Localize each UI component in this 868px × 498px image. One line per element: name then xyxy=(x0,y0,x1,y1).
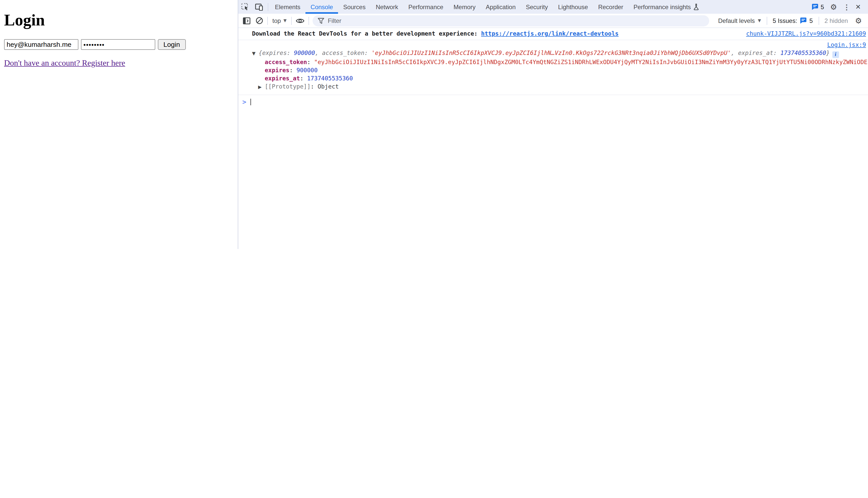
filter-input[interactable]: Filter xyxy=(312,15,709,26)
chevron-down-icon: ▼ xyxy=(283,18,286,23)
issues-counter[interactable]: 5 Issues: 5 xyxy=(769,17,817,24)
clear-console-icon[interactable] xyxy=(253,17,266,24)
flask-icon xyxy=(693,3,699,10)
source-link-login-jsx[interactable]: Login.jsx:9 xyxy=(827,41,866,48)
tab-recorder[interactable]: Recorder xyxy=(593,0,628,14)
page-title: Login xyxy=(4,11,234,29)
login-button[interactable]: Login xyxy=(158,39,186,50)
info-icon[interactable]: i xyxy=(832,51,839,58)
divider xyxy=(818,16,819,25)
divider xyxy=(291,16,292,25)
tab-application[interactable]: Application xyxy=(481,0,521,14)
device-toolbar-icon[interactable] xyxy=(252,0,266,14)
email-field[interactable] xyxy=(4,39,78,50)
prompt-chevron-icon: > xyxy=(242,98,246,106)
tab-performance[interactable]: Performance xyxy=(403,0,448,14)
console-message-react-devtools: Download the React DevTools for a better… xyxy=(238,28,868,40)
divider xyxy=(267,16,268,25)
tab-network[interactable]: Network xyxy=(371,0,403,14)
tab-security[interactable]: Security xyxy=(521,0,553,14)
login-page: Login Login Don't have an account? Regis… xyxy=(0,0,238,249)
console-messages-badge[interactable]: 5 xyxy=(808,3,827,10)
prototype-row[interactable]: ▶[[Prototype]]: Object xyxy=(252,82,868,91)
more-options-icon[interactable]: ⋮ xyxy=(840,3,853,11)
password-field[interactable] xyxy=(81,39,155,50)
filter-placeholder: Filter xyxy=(328,17,341,24)
tab-elements[interactable]: Elements xyxy=(270,0,305,14)
object-property-row: expires_at: 1737405535360 xyxy=(252,74,868,82)
collapse-caret-icon[interactable]: ▶ xyxy=(258,83,265,91)
expand-caret-icon[interactable]: ▼ xyxy=(252,49,259,57)
divider xyxy=(308,16,309,25)
console-toolbar: top ▼ Filter Default levels ▼ 5 Issues: xyxy=(238,14,868,28)
console-prompt[interactable]: > xyxy=(238,94,868,109)
tab-memory[interactable]: Memory xyxy=(448,0,481,14)
context-selector[interactable]: top ▼ xyxy=(269,17,290,24)
chevron-down-icon: ▼ xyxy=(758,18,761,23)
inspect-element-icon[interactable] xyxy=(238,0,252,14)
object-property-row: access_token: "eyJhbGciOiJIUzI1NiIsInR5c… xyxy=(252,58,868,66)
settings-gear-icon[interactable]: ⚙ xyxy=(827,2,840,11)
log-levels-dropdown[interactable]: Default levels ▼ xyxy=(714,17,765,24)
object-preview-row[interactable]: ▼{expires: 900000, access_token: 'eyJhbG… xyxy=(252,49,868,58)
tab-performance-insights[interactable]: Performance insights xyxy=(628,0,704,14)
message-bubble-icon xyxy=(812,3,819,10)
text-cursor xyxy=(251,99,251,105)
issues-bubble-icon xyxy=(800,17,807,24)
console-output: Download the React DevTools for a better… xyxy=(238,28,868,249)
register-link[interactable]: Don't have an account? Register here xyxy=(4,58,125,68)
tab-sources[interactable]: Sources xyxy=(338,0,371,14)
login-form: Login xyxy=(4,39,234,50)
devtools-panel: Elements Console Sources Network Perform… xyxy=(238,0,868,249)
tab-console[interactable]: Console xyxy=(305,0,338,14)
divider xyxy=(268,3,268,11)
live-expression-eye-icon[interactable] xyxy=(293,17,307,24)
source-link-chunk[interactable]: chunk-VIJJTZRL.js?v=960bd321:21609 xyxy=(746,30,866,38)
object-property-row: expires: 900000 xyxy=(252,66,868,74)
devtools-tabbar: Elements Console Sources Network Perform… xyxy=(238,0,868,14)
divider xyxy=(767,16,767,25)
tab-lighthouse[interactable]: Lighthouse xyxy=(553,0,593,14)
console-settings-gear-icon[interactable]: ⚙ xyxy=(852,16,865,25)
console-message-object: Login.jsx:9 ▼{expires: 900000, access_to… xyxy=(238,40,868,92)
react-devtools-link[interactable]: https://reactjs.org/link/react-devtools xyxy=(481,30,618,37)
screen: Login Login Don't have an account? Regis… xyxy=(0,0,868,249)
close-devtools-icon[interactable]: ✕ xyxy=(853,3,865,11)
funnel-icon xyxy=(318,17,324,24)
console-sidebar-icon[interactable] xyxy=(240,17,253,24)
hidden-messages-label[interactable]: 2 hidden xyxy=(820,17,852,24)
